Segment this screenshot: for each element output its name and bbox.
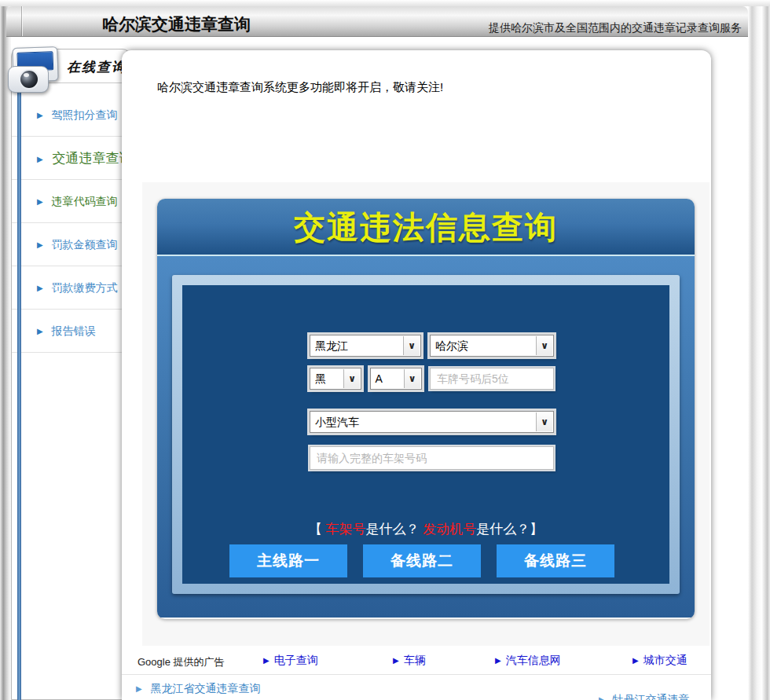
vehicle-type-value: 小型汽车 [315,416,359,428]
window-frame-right [748,0,770,700]
backup-line-3-button[interactable]: 备线路三 [497,544,614,577]
sidebar-item-license-points[interactable]: ▶ 驾照扣分查询 [12,93,130,137]
plate-letter-value: A [376,372,383,385]
window-frame-top [0,0,770,6]
chevron-down-icon: ∨ [343,369,360,388]
ads-row: Google 提供的广告 ▶电子查询 ▶车辆 ▶汽车信息网 ▶城市交通 [122,654,711,671]
vin-input[interactable] [310,446,554,470]
sidebar-item-label: 交通违章查询 [52,151,130,166]
vehicle-type-select[interactable]: 小型汽车 ∨ [310,411,554,433]
sidebar-item-label: 违章代码查询 [52,195,118,207]
query-form: 黑龙江 ∨ 哈尔滨 ∨ 黑 [310,335,554,470]
chevron-down-icon: ∨ [403,336,420,355]
triangle-bullet-icon: ▶ [632,656,639,665]
sidebar-item-report-error[interactable]: ▶ 报告错误 [12,310,130,353]
backup-line-2-button[interactable]: 备线路二 [363,544,481,577]
hint-q1: 是什么？ [366,522,424,537]
triangle-bullet-icon: ▶ [37,327,43,335]
form-frame: 黑龙江 ∨ 哈尔滨 ∨ 黑 [172,275,680,594]
chevron-down-icon: ∨ [536,412,552,431]
sidebar-item-fine-payment[interactable]: ▶ 罚款缴费方式 [12,266,130,310]
sidebar: 在线查询 ▶ 驾照扣分查询 ▶ 交通违章查询 ▶ 违章代码查询 ▶ 罚款金额查询… [11,49,130,700]
sidebar-item-traffic-violation[interactable]: ▶ 交通违章查询 [12,137,130,180]
triangle-bullet-icon: ▶ [37,197,43,206]
query-wrapper: 交通违法信息查询 黑龙江 ∨ 哈尔滨 [142,182,710,646]
page-header: 哈尔滨交通违章查询 提供哈尔滨市及全国范围内的交通违章记录查询服务 [6,6,748,37]
sidebar-item-label: 罚款金额查询 [52,238,118,251]
lens-highlight-icon [24,73,29,77]
ad-link-vehicle[interactable]: ▶车辆 [393,654,426,668]
main-line-1-button[interactable]: 主线路一 [229,544,347,577]
announcement-text: 哈尔滨交通违章查询系统更多功能即将开启，敬请关注! [157,80,443,95]
camera-lens-icon [19,69,39,90]
sidebar-item-violation-code[interactable]: ▶ 违章代码查询 [12,180,130,223]
partial-link-label: 牡丹江交通违章 [613,693,690,700]
sidebar-item-label: 驾照扣分查询 [52,108,118,121]
province-select-value: 黑龙江 [315,339,348,352]
ad-link-label: 车辆 [404,654,426,666]
chevron-down-icon: ∨ [404,369,420,388]
sidebar-item-label: 罚款缴费方式 [52,281,118,294]
chevron-down-icon: ∨ [536,336,552,355]
triangle-bullet-icon: ▶ [37,155,43,163]
ad-link-label: 城市交通 [644,654,688,666]
plate-prefix-value: 黑 [315,372,326,385]
plate-letter-select[interactable]: A ∨ [370,368,422,390]
heilongjiang-violation-link[interactable]: 黑龙江省交通违章查询 [151,682,261,695]
query-panel-header: 交通违法信息查询 [157,199,695,256]
ad-link-label: 电子查询 [274,654,318,666]
triangle-bullet-icon: ▶ [495,656,501,665]
vin-term-link[interactable]: 车架号 [326,522,366,537]
triangle-bullet-icon: ▶ [37,284,43,292]
province-select[interactable]: 黑龙江 ∨ [310,335,421,357]
triangle-bullet-icon: ▶ [37,111,43,119]
query-buttons: 主线路一 备线路二 备线路三 [229,544,614,577]
triangle-bullet-icon: ▶ [37,240,43,249]
sidebar-accent-bar [17,93,21,700]
triangle-bullet-icon: ▶ [393,656,399,665]
sidebar-title: 在线查询 [67,58,126,76]
query-panel-title: 交通违法信息查询 [294,210,558,244]
triangle-bullet-icon: ▶ [136,684,142,693]
main-panel: 哈尔滨交通违章查询系统更多功能即将开启，敬请关注! 交通违法信息查询 黑龙江 ∨ [122,50,711,700]
city-select[interactable]: 哈尔滨 ∨ [430,335,554,357]
engine-term-link[interactable]: 发动机号 [423,522,476,537]
header-divider [22,6,23,36]
mudanjiang-violation-link[interactable]: ▶ 牡丹江交通违章 [599,693,690,700]
city-select-value: 哈尔滨 [435,339,468,352]
sidebar-item-fine-amount[interactable]: ▶ 罚款金额查询 [12,223,130,266]
triangle-bullet-icon: ▶ [263,656,270,665]
site-subtitle: 提供哈尔滨市及全国范围内的交通违章记录查询服务 [489,21,742,35]
ad-link-auto-info[interactable]: ▶汽车信息网 [495,654,561,668]
window-frame-left [0,0,11,700]
form-hint: 【 车架号是什么？ 发动机号是什么？】 [182,520,669,538]
query-panel-body: 黑龙江 ∨ 哈尔滨 ∨ 黑 [157,256,695,618]
ads-provider-label: Google 提供的广告 [138,655,225,669]
plate-prefix-select[interactable]: 黑 ∨ [310,368,361,390]
triangle-bullet-icon: ▶ [599,695,605,700]
sidebar-item-label: 报告错误 [52,324,96,337]
form-area: 黑龙江 ∨ 哈尔滨 ∨ 黑 [182,285,669,584]
hint-open: 【 [309,522,326,537]
ad-link-city-traffic[interactable]: ▶城市交通 [632,654,688,668]
query-panel: 交通违法信息查询 黑龙江 ∨ 哈尔滨 [157,199,695,619]
sidebar-menu: ▶ 驾照扣分查询 ▶ 交通违章查询 ▶ 违章代码查询 ▶ 罚款金额查询 ▶ 罚款… [12,93,130,353]
site-title: 哈尔滨交通违章查询 [102,13,251,35]
hint-q2: 是什么？】 [476,522,543,537]
camera-body-icon [8,66,49,93]
camera-logo-icon [6,46,61,96]
ad-link-e-query[interactable]: ▶电子查询 [263,654,318,668]
ad-link-label: 汽车信息网 [506,654,561,666]
plate-number-input[interactable] [430,368,554,390]
